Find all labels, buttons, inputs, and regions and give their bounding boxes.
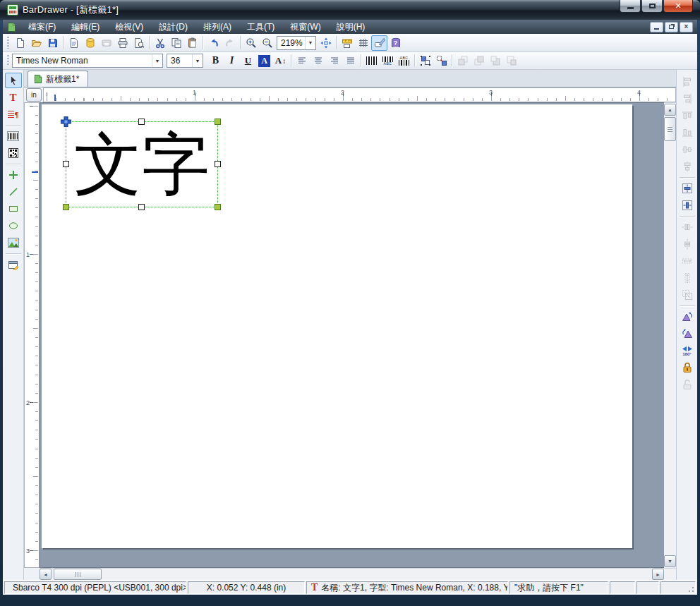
document-tab[interactable]: 新標籤1* (28, 71, 88, 87)
save-button[interactable] (44, 35, 61, 51)
center-in-label-horizontal-button[interactable] (679, 198, 696, 213)
label-page[interactable]: 文字 (42, 104, 632, 548)
menu-edit[interactable]: 編輯(E) (64, 21, 107, 33)
zoom-in-button[interactable] (243, 35, 259, 51)
ruler-unit-button[interactable]: in (26, 88, 42, 102)
mdi-restore-button[interactable] (665, 22, 678, 32)
align-left-button[interactable] (294, 53, 310, 68)
copy-button[interactable] (168, 35, 184, 51)
paragraph-tool-button[interactable]: ¶ (5, 107, 22, 122)
object-tool-button[interactable] (5, 257, 22, 272)
same-height-button[interactable] (679, 270, 696, 286)
selection-handle-middle-left[interactable] (63, 161, 69, 167)
close-button[interactable]: ✕ (663, 0, 693, 13)
barcode-tool-button[interactable] (5, 128, 22, 144)
font-color-button[interactable]: A (256, 53, 272, 68)
rotate-right-button[interactable] (679, 326, 696, 341)
text-scale-button[interactable]: A↕ (272, 53, 289, 68)
selected-text-object[interactable]: 文字 (66, 121, 218, 207)
print-button[interactable] (114, 35, 131, 51)
center-in-label-vertical-button[interactable] (679, 181, 696, 196)
vertical-scrollbar[interactable]: ▲ ▼ (664, 102, 676, 568)
same-width-button[interactable] (679, 253, 696, 269)
zoom-out-button[interactable] (259, 35, 275, 51)
point-tool-button[interactable] (5, 167, 22, 183)
group-button[interactable] (417, 53, 433, 68)
align-right-button[interactable] (326, 53, 342, 68)
print-preview-button[interactable] (131, 35, 147, 51)
text-tool-button[interactable]: T (5, 90, 22, 105)
align-top-edges-button[interactable] (679, 108, 696, 123)
align-right-edges-button[interactable] (679, 91, 696, 107)
menu-view[interactable]: 檢視(V) (107, 21, 151, 33)
rotate-left-button[interactable] (679, 309, 696, 325)
bring-to-front-button[interactable] (454, 53, 471, 68)
selection-handle-bottom-right[interactable] (215, 204, 221, 210)
selection-handle-top-right[interactable] (215, 119, 221, 125)
menu-design[interactable]: 設計(D) (151, 21, 195, 33)
align-middle-row-button[interactable] (679, 142, 696, 157)
rectangle-tool-button[interactable] (5, 201, 22, 217)
selection-handle-middle-right[interactable] (215, 161, 221, 167)
align-middle-column-button[interactable] (679, 159, 696, 174)
dropdown-arrow-icon[interactable]: ▼ (192, 54, 203, 67)
menu-help[interactable]: 說明(H) (329, 21, 373, 33)
text-object-content[interactable]: 文字 (74, 131, 210, 198)
cut-button[interactable] (152, 35, 168, 51)
menu-window[interactable]: 視窗(W) (282, 21, 328, 33)
lock-button[interactable] (679, 360, 696, 375)
scroll-right-button[interactable]: ► (652, 569, 664, 580)
selection-handle-bottom-center[interactable] (138, 204, 145, 210)
horizontal-scroll-thumb[interactable] (54, 569, 102, 580)
select-tool-button[interactable] (5, 73, 22, 88)
rotate-180-button[interactable]: 180° (679, 343, 696, 358)
maximize-button[interactable] (641, 0, 663, 13)
snap-tool-button[interactable] (371, 35, 387, 51)
undo-button[interactable] (205, 35, 222, 51)
mdi-close-button[interactable]: × (680, 22, 693, 32)
help-button[interactable]: ? (387, 35, 404, 51)
design-canvas[interactable]: 文字 (40, 102, 664, 568)
menu-arrange[interactable]: 排列(A) (195, 21, 239, 33)
resize-grip[interactable] (686, 584, 694, 593)
toolbar-grip[interactable] (6, 37, 10, 49)
same-size-button[interactable] (679, 287, 696, 303)
equal-spacing-horizontal-button[interactable] (679, 219, 696, 235)
bold-button[interactable]: B (207, 53, 224, 68)
unlock-button[interactable] (679, 377, 696, 392)
ungroup-button[interactable] (433, 53, 449, 68)
menu-file[interactable]: 檔案(F) (20, 21, 64, 33)
selection-handle-bottom-left[interactable] (63, 204, 69, 210)
toolbar-grip[interactable] (6, 55, 10, 66)
redo-button[interactable] (222, 35, 238, 51)
dropdown-arrow-icon[interactable]: ▼ (305, 37, 315, 49)
open-button[interactable] (28, 35, 44, 51)
grid-button[interactable] (355, 35, 371, 51)
scroll-up-button[interactable]: ▲ (664, 104, 676, 116)
bring-forward-button[interactable] (487, 53, 503, 68)
font-size-combo[interactable]: 36 ▼ (167, 54, 203, 68)
align-center-button[interactable] (310, 53, 326, 68)
align-left-edges-button[interactable] (679, 74, 696, 90)
database-button[interactable] (82, 35, 98, 51)
fit-window-button[interactable] (318, 35, 334, 51)
send-backward-button[interactable] (503, 53, 519, 68)
text-with-barcode-button[interactable]: ABC (396, 53, 412, 68)
dropdown-arrow-icon[interactable]: ▼ (152, 54, 162, 67)
page-setup-button[interactable] (66, 35, 82, 51)
selection-move-handle[interactable] (61, 116, 71, 127)
menu-tools[interactable]: 工具(T) (239, 21, 282, 33)
font-name-combo[interactable]: Times New Roman ▼ (12, 54, 163, 68)
vertical-scroll-thumb[interactable] (664, 117, 676, 141)
scroll-down-button[interactable]: ▼ (664, 555, 676, 567)
align-bottom-edges-button[interactable] (679, 125, 696, 140)
paste-button[interactable] (184, 35, 200, 51)
minimize-button[interactable] (620, 0, 641, 13)
zoom-level-combo[interactable]: 219% ▼ (277, 36, 316, 50)
label-setup-button[interactable] (339, 35, 355, 51)
equal-spacing-vertical-button[interactable] (679, 236, 696, 252)
scroll-left-button[interactable]: ◄ (40, 569, 52, 580)
line-tool-button[interactable] (5, 184, 22, 200)
print-settings-button[interactable] (98, 35, 114, 51)
barcode-2d-tool-button[interactable] (5, 145, 22, 161)
